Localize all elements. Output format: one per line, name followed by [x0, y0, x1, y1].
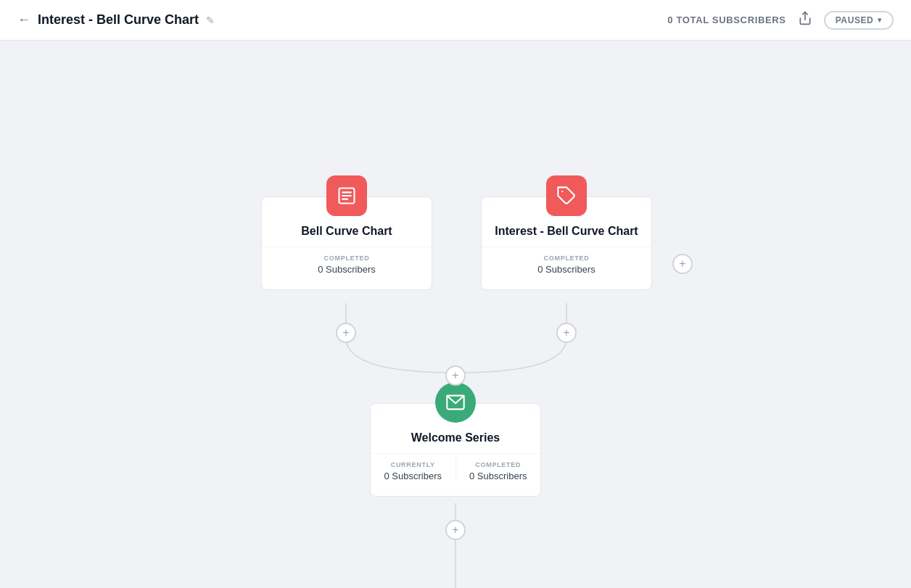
back-button[interactable]: ← — [17, 12, 30, 28]
header-right: 0 TOTAL SUBSCRIBERS PAUSED — [667, 11, 894, 30]
welcome-series-completed-label: COMPLETED — [475, 461, 521, 468]
welcome-series-completed-stat: COMPLETED 0 Subscribers — [456, 454, 541, 481]
bell-curve-icon-wrapper — [326, 175, 367, 216]
welcome-series-card[interactable]: Welcome Series CURRENTLY 0 Subscribers C… — [370, 403, 541, 497]
share-icon[interactable] — [798, 11, 812, 29]
bell-curve-title: Bell Curve Chart — [289, 225, 403, 238]
interest-bell-curve-status-label: COMPLETED — [544, 254, 590, 262]
interest-bell-curve-card[interactable]: Interest - Bell Curve Chart COMPLETED 0 … — [481, 196, 652, 290]
bell-curve-subscribers: 0 Subscribers — [318, 264, 375, 275]
welcome-series-completed-subscribers: 0 Subscribers — [469, 471, 527, 481]
connectors-svg — [0, 41, 911, 588]
bell-curve-stat: COMPLETED 0 Subscribers — [262, 247, 432, 275]
welcome-series-icon-wrapper — [435, 382, 476, 423]
welcome-series-currently-subscribers: 0 Subscribers — [384, 471, 442, 481]
welcome-series-title: Welcome Series — [400, 431, 511, 444]
bell-curve-stats: COMPLETED 0 Subscribers — [262, 247, 432, 275]
paused-button[interactable]: PAUSED — [824, 11, 894, 30]
canvas: Bell Curve Chart COMPLETED 0 Subscribers… — [0, 41, 911, 588]
interest-bell-curve-stats: COMPLETED 0 Subscribers — [482, 247, 651, 275]
interest-bell-curve-icon-wrapper — [546, 175, 587, 216]
add-merge-button[interactable]: + — [445, 365, 466, 386]
welcome-series-stats: CURRENTLY 0 Subscribers COMPLETED 0 Subs… — [371, 453, 540, 481]
bell-curve-card[interactable]: Bell Curve Chart COMPLETED 0 Subscribers — [261, 196, 432, 290]
interest-bell-curve-stat: COMPLETED 0 Subscribers — [482, 247, 651, 275]
interest-bell-curve-subscribers: 0 Subscribers — [537, 264, 595, 275]
header: ← Interest - Bell Curve Chart ✎ 0 TOTAL … — [0, 0, 911, 41]
add-below-interest-bell-curve-button[interactable]: + — [556, 323, 577, 343]
add-after-interest-button[interactable]: + — [672, 254, 693, 274]
total-subscribers-label: 0 TOTAL SUBSCRIBERS — [667, 15, 786, 25]
page-title: Interest - Bell Curve Chart — [38, 12, 199, 28]
add-below-welcome-series-button[interactable]: + — [445, 520, 466, 540]
welcome-series-currently-label: CURRENTLY — [391, 461, 435, 468]
add-below-bell-curve-button[interactable]: + — [336, 323, 356, 343]
bell-curve-status-label: COMPLETED — [324, 254, 370, 262]
interest-bell-curve-title: Interest - Bell Curve Chart — [483, 225, 649, 238]
edit-icon[interactable]: ✎ — [206, 15, 215, 26]
welcome-series-currently-stat: CURRENTLY 0 Subscribers — [371, 454, 456, 481]
header-left: ← Interest - Bell Curve Chart ✎ — [17, 12, 215, 28]
